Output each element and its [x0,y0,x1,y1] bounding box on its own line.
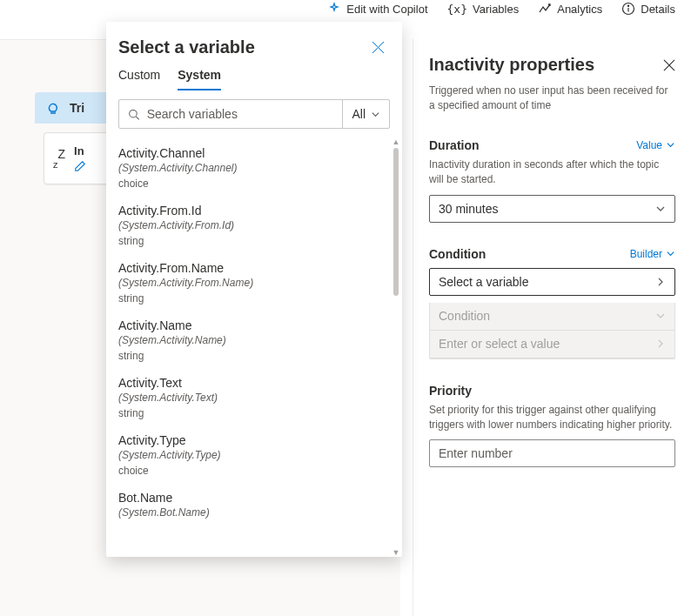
top-toolbar: Edit with Copilot {x} Variables Analytic… [0,0,691,17]
condition-op-placeholder: Condition [439,309,490,323]
list-item[interactable]: Activity.From.Name (System.Activity.From… [118,254,390,311]
tab-system[interactable]: System [178,68,221,90]
popover-title: Select a variable [118,37,255,57]
duration-value: 30 minutes [439,202,498,216]
priority-input[interactable] [439,446,666,460]
tab-row: Custom System [106,61,402,90]
analytics-button[interactable]: Analytics [538,2,602,16]
chevron-down-icon [655,311,666,321]
duration-label: Duration [429,138,480,152]
variable-list: Activity.Channel (System.Activity.Channe… [106,137,402,534]
pane-title: Inactivity properties [429,55,594,75]
edit-copilot-button[interactable]: Edit with Copilot [327,2,427,16]
properties-pane: Inactivity properties Triggered when no … [413,39,691,616]
condition-value-select[interactable]: Enter or select a value [430,331,674,358]
node-label: In [74,144,86,157]
sparkle-icon [327,2,341,16]
trigger-label: Tri [70,101,84,115]
condition-operator-select[interactable]: Condition [430,303,674,331]
priority-input-wrap [429,439,675,467]
list-item[interactable]: Activity.From.Id (System.Activity.From.I… [118,197,390,254]
duration-mode-toggle[interactable]: Value [636,139,675,151]
pane-subtitle: Triggered when no user input has been re… [429,84,675,114]
priority-label: Priority [429,384,472,398]
list-item[interactable]: Activity.Text (System.Activity.Text) str… [118,369,390,426]
analytics-label: Analytics [557,3,602,16]
search-filter[interactable]: All [342,100,389,128]
info-icon [621,2,635,16]
chevron-down-icon [666,249,675,258]
select-variable-popover: Select a variable Custom System All Acti… [106,22,402,557]
pencil-icon [74,160,86,172]
condition-variable-select[interactable]: Select a variable [429,268,675,296]
duration-select[interactable]: 30 minutes [429,195,675,223]
list-item[interactable]: Activity.Channel (System.Activity.Channe… [118,139,390,197]
list-item[interactable]: Activity.Name (System.Activity.Name) str… [118,311,390,369]
analytics-icon [538,2,552,16]
scrollbar[interactable]: ▲ ▼ [392,137,400,557]
svg-point-5 [130,110,138,117]
scroll-thumb[interactable] [393,148,399,296]
filter-label: All [352,107,366,121]
scroll-down-icon[interactable]: ▼ [392,548,400,557]
lightbulb-icon [45,100,61,116]
chevron-right-icon [655,338,666,349]
condition-label: Condition [429,247,486,261]
details-label: Details [641,3,675,16]
details-button[interactable]: Details [621,2,675,16]
sleep-icon: zZ [53,148,65,170]
list-item[interactable]: Bot.Name (System.Bot.Name) [118,484,390,526]
variables-button[interactable]: {x} Variables [447,3,520,16]
search-icon [128,108,140,121]
condition-stack: Condition Enter or select a value [429,303,675,359]
scroll-up-icon[interactable]: ▲ [392,137,400,146]
condition-mode-toggle[interactable]: Builder [630,248,675,260]
tab-custom[interactable]: Custom [118,68,160,90]
svg-point-2 [628,5,629,6]
condition-value-placeholder: Enter or select a value [439,337,560,351]
chevron-right-icon [655,277,666,287]
variable-list-wrap: Activity.Channel (System.Activity.Channe… [106,137,402,557]
svg-line-6 [136,117,138,119]
priority-description: Set priority for this trigger against ot… [429,403,675,433]
close-icon[interactable] [663,59,675,71]
list-item[interactable]: Activity.Type (System.Activity.Type) cho… [118,426,390,484]
edit-copilot-label: Edit with Copilot [346,3,427,16]
condition-variable-placeholder: Select a variable [439,275,529,289]
duration-description: Inactivity duration in seconds after whi… [429,157,675,188]
variables-icon: {x} [447,3,467,16]
search-row: All [118,99,390,129]
chevron-down-icon [655,204,666,214]
variables-label: Variables [473,3,519,16]
close-icon[interactable] [372,41,385,54]
inactivity-node[interactable]: zZ In [44,132,113,184]
chevron-down-icon [666,140,675,150]
chevron-down-icon [371,110,380,119]
search-input[interactable] [147,107,334,121]
